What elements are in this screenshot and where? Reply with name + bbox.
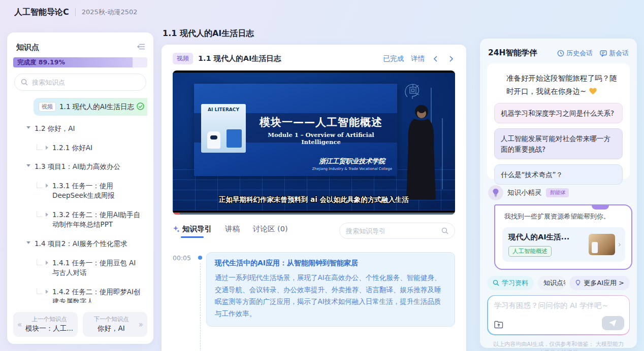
tree-item-label: 1.4.1 任务一：使用豆包 AI 与古人对话 [52,258,140,278]
tree-item[interactable]: 1.2 你好，AI [13,124,147,134]
suggested-question[interactable]: 机器学习和深度学习之间是什么关系? [494,103,623,123]
search-icon [493,279,499,286]
page-title: 1.1 现代人的AI生活日志 [163,28,254,39]
chat-bubble-icon [600,50,607,57]
tree-item-label: 1.2.1 你好AI [52,143,92,153]
tree-item-current[interactable]: 视频 1.1 现代人的AI生活日志 [34,98,147,116]
content-tabs: 知识导引 讲稿 讨论区 (0) [173,223,455,239]
assistant-greeting: 准备好开始这段智能旅程了吗？随时开口，我就在你身边~ [494,72,623,98]
chevron-down-icon[interactable] [26,164,30,167]
suggested-question[interactable]: 人工智能发展可能对社会带来哪一方面的重要挑战? [494,128,623,159]
collapse-sidebar-icon[interactable] [137,43,145,52]
tree-item[interactable]: 1.4.2 任务二：使用即梦AI创建专属数字人 [13,287,147,303]
detail-link[interactable]: 详情 [411,54,425,63]
next-label: 你好，AI [87,324,136,333]
next-video-icon[interactable] [447,55,455,63]
sprite-avatar [488,185,503,200]
transcript-timestamp[interactable]: 00:05 [173,252,196,327]
term-label: 2025秋-动漫2502 [82,8,138,17]
history-chat-button[interactable]: 历史会话 [557,49,593,58]
ai-disclaimer: 以上内容均由AI生成，仅供参考和借鉴； 大模型能力由学堂在线提供 [487,340,630,351]
video-player[interactable]: AI LITERACY 模块一——人工智能概述 Module 1 – Overv… [173,71,455,215]
video-progress-bar[interactable] [173,213,455,215]
tree-item-label: 1.3 项目1：AI助力高效办公 [35,162,120,172]
double-chevron-right-icon: » [139,320,143,329]
clock-icon [557,50,564,57]
knowledge-search-box[interactable] [14,74,146,91]
prev-caption: 上一个知识点 [25,315,74,323]
lightbulb-icon [575,279,581,287]
tree-item[interactable]: 1.4.1 任务一：使用豆包 AI 与古人对话 [13,258,147,278]
sidebar-title: 知识点 [16,43,39,52]
prev-video-icon[interactable] [432,55,440,63]
video-card: 视频 1.1 现代人的AI生活日志 已完成 详情 AI LITERACY [162,45,466,351]
chevron-right-icon[interactable] [46,184,48,188]
lecture-slide: AI LITERACY 模块一——人工智能概述 Module 1 – Overv… [194,84,397,176]
tree-item-label: 1.4.2 任务二：使用即梦AI创建专属数字人 [52,287,145,303]
more-ai-apps-chip[interactable]: 更多AI应用 > [569,276,630,290]
chevron-right-icon[interactable] [46,146,48,150]
video-title: 1.1 现代人的AI生活日志 [198,54,383,63]
suggested-question[interactable]: 什么是“技术奇点”？ [494,164,623,185]
knowledge-qa-chip[interactable]: 知识点答疑 [538,276,565,290]
status-completed-link[interactable]: 已完成 [383,54,404,63]
knowledge-sidebar: 知识点 完成度 89.19% 视频 1.1 现代人的AI生活日志 1.2 你好，… [7,32,153,344]
new-chat-button[interactable]: 新会话 [600,49,629,58]
study-materials-chip[interactable]: 学习资料 [487,276,534,290]
ai-companion-panel: 24H智能学伴 历史会话 新会话 准备好开始这段智能旅程了吗？随时开口，我就在你… [480,39,637,348]
next-caption: 下一个知识点 [87,315,136,323]
sprite-message: 我找到一些扩展资源希望能帮到你。 [502,212,625,222]
resource-thumbnail [589,234,615,255]
transcript-section: 00:05 现代生活中的AI应用：从智能闹钟到智能家居 通过一系列现代生活场景，… [173,252,455,327]
tree-item-label: 1.1 现代人的AI生活日志 [59,102,134,112]
transcript-title: 现代生活中的AI应用：从智能闹钟到智能家居 [215,259,446,268]
chevron-down-icon[interactable] [26,241,30,244]
tree-item[interactable]: 1.4 项目2：AI服务个性化需求 [13,239,147,249]
chevron-right-icon[interactable] [46,290,48,294]
timeline-dot [198,256,202,260]
chevron-down-icon[interactable] [26,126,30,129]
chevron-right-icon[interactable] [46,213,48,217]
search-icon [21,79,28,86]
chat-input-container [487,295,630,335]
completed-check-icon [137,102,144,112]
ai-head-icon [400,80,423,103]
search-icon [441,227,448,234]
progress-label: 完成度 89.19% [17,58,65,67]
transcript-body: 通过一系列现代生活场景，展现了AI在高效办公、个性化服务、智能健身、交通导航、会… [215,272,446,320]
agent-badge: 智能体 [546,188,569,197]
ai-literacy-illustration: AI LITERACY [201,104,246,153]
resource-card[interactable]: 现代人的AI生活... 人工智能概述 › [502,227,625,262]
tree-item-label: 1.3.2 任务二：使用AI助手自动制作年终总结PPT [52,210,145,230]
college-name-en: Zhejiang Industry & Trade Vocational Col… [312,167,392,171]
upload-file-icon[interactable] [494,321,503,330]
tree-item-label: 1.4 项目2：AI服务个性化需求 [35,239,127,249]
guide-search-box[interactable] [339,223,455,239]
tab-discussion[interactable]: 讨论区 (0) [253,224,288,238]
top-header: 人工智能导论C 2025秋-动漫2502 [0,0,644,24]
knowledge-search-input[interactable] [32,79,140,86]
course-title: 人工智能导论C [14,7,69,18]
slide-title: 模块一——人工智能概述 [249,115,393,129]
tree-item[interactable]: 1.3.2 任务二：使用AI助手自动制作年终总结PPT [13,210,147,230]
sparkle-icon [173,225,180,232]
tree-item[interactable]: 1.3 项目1：AI助力高效办公 [13,162,147,172]
completion-progress-bar: 完成度 89.19% [13,57,147,67]
chat-messages-area: 准备好开始这段智能旅程了吗？随时开口，我就在你身边~ 机器学习和深度学习之间是什… [487,63,630,179]
tree-item[interactable]: 1.2.1 你好AI [13,143,147,153]
tree-item[interactable]: 1.3.1 任务一：使用DeepSeek生成周报 [13,181,147,201]
resource-tag: 人工智能概述 [508,246,552,257]
chat-input[interactable] [494,301,623,316]
guide-search-input[interactable] [346,227,441,235]
robot-icon [207,131,220,149]
tab-script[interactable]: 讲稿 [225,224,240,238]
send-button[interactable] [602,316,624,330]
chevron-right-icon[interactable] [46,261,48,265]
tab-knowledge-guide[interactable]: 知识导引 [173,224,212,238]
paper-plane-icon [609,320,617,327]
prev-knowledge-button[interactable]: « 上一个知识点 模块一：人工... [13,312,78,337]
video-type-badge: 视频 [173,53,193,64]
tree-item-label: 1.3.1 任务一：使用DeepSeek生成周报 [52,181,140,201]
transcript-card[interactable]: 现代生活中的AI应用：从智能闹钟到智能家居 通过一系列现代生活场景，展现了AI在… [206,252,455,327]
next-knowledge-button[interactable]: 下一个知识点 你好，AI » [83,312,147,337]
